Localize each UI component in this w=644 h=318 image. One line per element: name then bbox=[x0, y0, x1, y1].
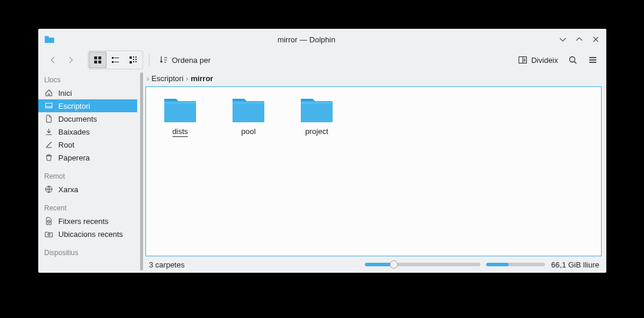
status-count: 3 carpetes bbox=[148, 260, 185, 269]
home-icon bbox=[44, 88, 54, 98]
breadcrumb-segment[interactable]: Escriptori bbox=[151, 74, 183, 83]
folder-icon bbox=[163, 95, 197, 123]
file-label: dists bbox=[172, 127, 188, 137]
details-view-button[interactable] bbox=[124, 52, 142, 68]
svg-line-21 bbox=[575, 62, 577, 64]
breadcrumb-separator-icon: › bbox=[186, 74, 188, 83]
svg-rect-0 bbox=[94, 56, 97, 59]
svg-rect-1 bbox=[98, 56, 101, 59]
places-section-header: Llocs bbox=[38, 72, 137, 86]
folder-icon bbox=[300, 95, 334, 123]
sort-label: Ordena per bbox=[172, 56, 211, 65]
file-view[interactable]: dists pool project bbox=[145, 86, 602, 256]
sidebar-item-home[interactable]: Inici bbox=[38, 86, 137, 99]
downloads-icon bbox=[44, 127, 54, 136]
recent-files-icon bbox=[44, 216, 54, 226]
main-view: › Escriptori › mirror dists pool bbox=[145, 70, 606, 273]
split-icon: + bbox=[518, 55, 527, 65]
dolphin-window: mirror — Dolphin Ordena per + Divideix bbox=[38, 29, 606, 273]
sidebar-item-label: Fitxers recents bbox=[58, 217, 108, 226]
sidebar-item-label: Ubicacions recents bbox=[58, 230, 123, 239]
sidebar-item-label: Baixades bbox=[58, 128, 89, 136]
sidebar-item-label: Escriptori bbox=[58, 102, 90, 111]
file-label: project bbox=[305, 127, 328, 136]
sidebar-item-downloads[interactable]: Baixades bbox=[38, 125, 137, 138]
svg-rect-14 bbox=[133, 61, 134, 62]
free-space-label: 66,1 GiB lliure bbox=[551, 260, 599, 269]
svg-rect-9 bbox=[133, 56, 134, 58]
window-controls bbox=[558, 35, 600, 44]
menu-button[interactable] bbox=[584, 52, 602, 68]
trash-icon bbox=[44, 153, 54, 162]
sidebar-item-recent-locations[interactable]: Ubicacions recents bbox=[38, 227, 137, 240]
sidebar-item-trash[interactable]: Paperera bbox=[38, 151, 137, 164]
places-panel: Llocs Inici Escriptori Documents Baixade… bbox=[38, 70, 137, 273]
sidebar-item-root[interactable]: Root bbox=[38, 138, 137, 151]
svg-rect-5 bbox=[114, 58, 119, 58]
split-button[interactable]: + Divideix bbox=[514, 52, 562, 68]
split-label: Divideix bbox=[531, 56, 558, 65]
minimize-button[interactable] bbox=[558, 35, 567, 44]
search-button[interactable] bbox=[564, 52, 582, 68]
file-label: pool bbox=[241, 127, 256, 136]
folder-item[interactable]: project bbox=[288, 95, 345, 247]
sidebar-splitter[interactable] bbox=[140, 72, 143, 270]
disk-usage-bar bbox=[486, 263, 545, 266]
svg-rect-13 bbox=[130, 61, 132, 63]
compact-view-button[interactable] bbox=[107, 52, 124, 68]
sort-icon bbox=[159, 55, 168, 65]
svg-rect-25 bbox=[46, 103, 52, 108]
sidebar-item-label: Xarxa bbox=[58, 185, 78, 194]
sidebar-item-label: Root bbox=[58, 140, 74, 149]
sidebar-item-label: Documents bbox=[58, 115, 97, 123]
icon-view-button[interactable] bbox=[89, 52, 107, 68]
sort-button[interactable]: Ordena per bbox=[155, 52, 214, 68]
sidebar-item-label: Paperera bbox=[58, 153, 89, 162]
svg-rect-7 bbox=[114, 62, 119, 62]
svg-rect-12 bbox=[135, 59, 137, 60]
desktop-icon bbox=[44, 101, 54, 111]
breadcrumb-separator-icon: › bbox=[147, 74, 149, 83]
breadcrumb-current[interactable]: mirror bbox=[191, 74, 213, 83]
sidebar-item-desktop[interactable]: Escriptori bbox=[38, 99, 137, 112]
recent-section-header: Recent bbox=[38, 200, 137, 215]
devices-section-header: Dispositius bbox=[38, 245, 137, 259]
recent-locations-icon bbox=[44, 229, 54, 239]
root-icon bbox=[44, 140, 54, 149]
statusbar: 3 carpetes 66,1 GiB lliure bbox=[145, 256, 602, 273]
breadcrumb: › Escriptori › mirror bbox=[145, 70, 602, 86]
window-title: mirror — Dolphin bbox=[55, 35, 558, 44]
svg-rect-6 bbox=[112, 61, 114, 63]
zoom-slider[interactable] bbox=[365, 263, 480, 266]
svg-rect-10 bbox=[135, 56, 137, 58]
folder-item[interactable]: dists bbox=[152, 95, 208, 247]
forward-button[interactable] bbox=[62, 52, 79, 68]
sidebar-item-network[interactable]: Xarxa bbox=[38, 183, 137, 196]
nav-group bbox=[43, 51, 81, 69]
svg-text:+: + bbox=[523, 58, 526, 63]
remote-section-header: Remot bbox=[38, 169, 137, 183]
svg-rect-11 bbox=[133, 59, 134, 60]
svg-rect-15 bbox=[135, 61, 137, 62]
toolbar-separator bbox=[149, 53, 150, 66]
sidebar-item-documents[interactable]: Documents bbox=[38, 112, 137, 125]
sidebar-item-recent-files[interactable]: Fitxers recents bbox=[38, 215, 137, 227]
svg-rect-2 bbox=[94, 61, 97, 63]
titlebar: mirror — Dolphin bbox=[38, 29, 606, 50]
app-icon bbox=[44, 34, 55, 45]
close-button[interactable] bbox=[591, 35, 600, 44]
svg-rect-8 bbox=[130, 56, 132, 59]
folder-icon bbox=[231, 95, 265, 123]
svg-rect-3 bbox=[98, 61, 101, 63]
svg-rect-4 bbox=[112, 57, 114, 59]
view-mode-group bbox=[88, 51, 143, 69]
maximize-button[interactable] bbox=[575, 35, 584, 44]
toolbar: Ordena per + Divideix bbox=[38, 50, 606, 70]
folder-item[interactable]: pool bbox=[220, 95, 277, 247]
back-button[interactable] bbox=[44, 52, 62, 68]
network-icon bbox=[44, 185, 54, 194]
documents-icon bbox=[44, 114, 54, 123]
sidebar-item-label: Inici bbox=[58, 89, 72, 98]
svg-point-20 bbox=[570, 57, 575, 62]
